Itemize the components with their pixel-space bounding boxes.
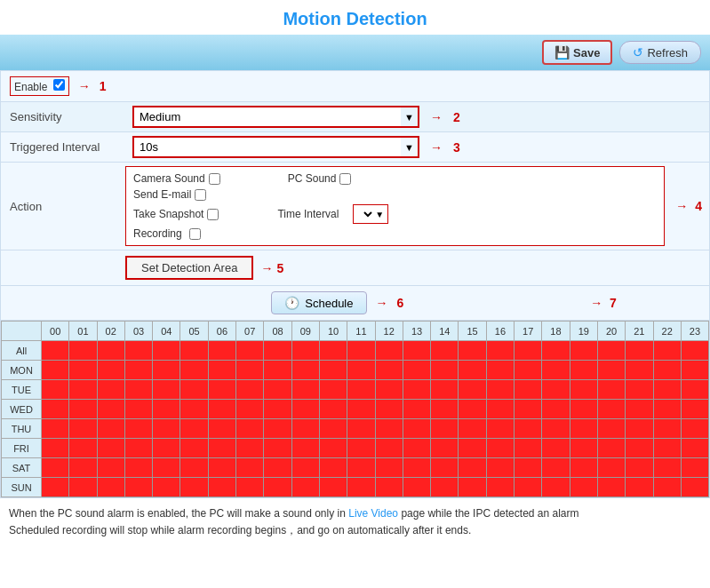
- grid-slot[interactable]: [153, 400, 180, 419]
- grid-slot[interactable]: [431, 400, 459, 419]
- grid-slot[interactable]: [180, 400, 208, 419]
- grid-slot[interactable]: [292, 458, 320, 478]
- grid-slot[interactable]: [69, 380, 97, 400]
- recording-checkbox[interactable]: [189, 228, 201, 240]
- grid-slot[interactable]: [487, 341, 515, 361]
- live-video-link[interactable]: Live Video: [348, 507, 398, 520]
- grid-slot[interactable]: [69, 478, 97, 497]
- grid-slot[interactable]: [209, 400, 236, 419]
- grid-slot[interactable]: [209, 380, 236, 400]
- grid-slot[interactable]: [153, 341, 180, 361]
- grid-slot[interactable]: [515, 361, 542, 380]
- grid-slot[interactable]: [153, 439, 180, 458]
- sensitivity-select[interactable]: Low Medium High: [134, 107, 401, 126]
- grid-slot[interactable]: [403, 380, 431, 400]
- grid-slot[interactable]: [403, 400, 431, 419]
- grid-slot[interactable]: [542, 361, 570, 380]
- grid-slot[interactable]: [459, 400, 486, 419]
- grid-slot[interactable]: [682, 400, 709, 419]
- grid-slot[interactable]: [42, 458, 69, 478]
- grid-slot[interactable]: [376, 380, 403, 400]
- grid-slot[interactable]: [264, 380, 291, 400]
- grid-slot[interactable]: [153, 478, 180, 497]
- grid-slot[interactable]: [654, 400, 682, 419]
- grid-slot[interactable]: [153, 361, 180, 380]
- grid-slot[interactable]: [180, 380, 208, 400]
- grid-slot[interactable]: [292, 361, 320, 380]
- grid-slot[interactable]: [125, 478, 153, 497]
- take-snapshot-checkbox[interactable]: [207, 209, 219, 220]
- grid-slot[interactable]: [376, 478, 403, 497]
- grid-slot[interactable]: [459, 439, 486, 458]
- grid-slot[interactable]: [515, 458, 542, 478]
- grid-slot[interactable]: [459, 341, 486, 361]
- grid-slot[interactable]: [98, 361, 125, 380]
- grid-slot[interactable]: [69, 419, 97, 439]
- grid-slot[interactable]: [264, 361, 291, 380]
- grid-slot[interactable]: [570, 419, 598, 439]
- grid-slot[interactable]: [347, 458, 375, 478]
- grid-slot[interactable]: [98, 419, 125, 439]
- grid-slot[interactable]: [42, 361, 69, 380]
- grid-slot[interactable]: [209, 419, 236, 439]
- triggered-interval-select[interactable]: 5s 10s 15s 30s: [134, 138, 401, 156]
- grid-slot[interactable]: [515, 400, 542, 419]
- save-button[interactable]: 💾 Save: [542, 40, 612, 65]
- grid-slot[interactable]: [654, 380, 682, 400]
- grid-slot[interactable]: [515, 478, 542, 497]
- grid-slot[interactable]: [125, 400, 153, 419]
- grid-slot[interactable]: [69, 458, 97, 478]
- grid-slot[interactable]: [403, 419, 431, 439]
- grid-slot[interactable]: [42, 380, 69, 400]
- grid-slot[interactable]: [487, 380, 515, 400]
- grid-slot[interactable]: [431, 341, 459, 361]
- grid-slot[interactable]: [347, 439, 375, 458]
- send-email-checkbox[interactable]: [195, 189, 206, 201]
- grid-slot[interactable]: [515, 380, 542, 400]
- grid-slot[interactable]: [180, 361, 208, 380]
- grid-slot[interactable]: [42, 478, 69, 497]
- time-interval-select[interactable]: [357, 207, 375, 221]
- grid-slot[interactable]: [626, 380, 653, 400]
- recording-label[interactable]: Recording: [133, 227, 201, 240]
- grid-slot[interactable]: [570, 439, 598, 458]
- grid-slot[interactable]: [626, 400, 653, 419]
- grid-slot[interactable]: [487, 361, 515, 380]
- grid-slot[interactable]: [125, 458, 153, 478]
- grid-slot[interactable]: [264, 458, 291, 478]
- send-email-label[interactable]: Send E-mail: [133, 188, 206, 201]
- grid-slot[interactable]: [682, 380, 709, 400]
- grid-slot[interactable]: [376, 361, 403, 380]
- grid-slot[interactable]: [347, 478, 375, 497]
- grid-slot[interactable]: [431, 380, 459, 400]
- grid-slot[interactable]: [487, 400, 515, 419]
- grid-slot[interactable]: [125, 439, 153, 458]
- grid-slot[interactable]: [682, 478, 709, 497]
- grid-slot[interactable]: [236, 439, 264, 458]
- grid-slot[interactable]: [431, 419, 459, 439]
- set-detection-area-button[interactable]: Set Detection Area: [125, 256, 253, 280]
- grid-slot[interactable]: [98, 458, 125, 478]
- grid-slot[interactable]: [376, 400, 403, 419]
- grid-slot[interactable]: [292, 380, 320, 400]
- grid-slot[interactable]: [654, 458, 682, 478]
- grid-slot[interactable]: [403, 439, 431, 458]
- grid-slot[interactable]: [431, 361, 459, 380]
- grid-slot[interactable]: [264, 478, 291, 497]
- grid-slot[interactable]: [682, 341, 709, 361]
- grid-slot[interactable]: [69, 439, 97, 458]
- grid-slot[interactable]: [515, 419, 542, 439]
- grid-slot[interactable]: [320, 341, 347, 361]
- grid-slot[interactable]: [682, 458, 709, 478]
- grid-slot[interactable]: [459, 419, 486, 439]
- grid-slot[interactable]: [487, 439, 515, 458]
- grid-slot[interactable]: [654, 478, 682, 497]
- grid-slot[interactable]: [376, 439, 403, 458]
- grid-slot[interactable]: [431, 439, 459, 458]
- grid-slot[interactable]: [98, 400, 125, 419]
- grid-slot[interactable]: [403, 478, 431, 497]
- grid-slot[interactable]: [180, 341, 208, 361]
- grid-slot[interactable]: [376, 458, 403, 478]
- grid-slot[interactable]: [69, 361, 97, 380]
- grid-slot[interactable]: [236, 380, 264, 400]
